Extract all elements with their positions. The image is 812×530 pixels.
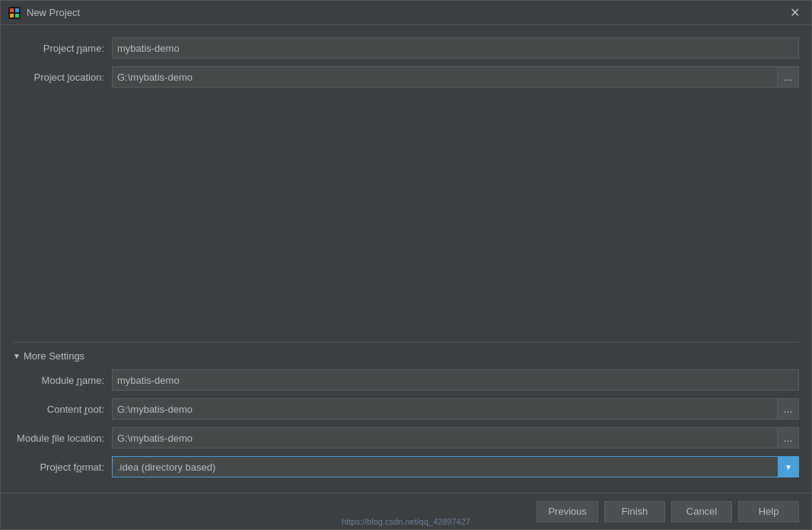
- project-location-label: Project location:: [13, 72, 112, 83]
- more-settings-header[interactable]: ▼ More Settings: [13, 350, 799, 362]
- module-name-input[interactable]: [112, 369, 799, 391]
- watermark-text: https://blog.csdn.net/qq_42897427: [342, 517, 470, 526]
- cancel-button[interactable]: Cancel: [671, 501, 732, 522]
- module-file-browse-button[interactable]: ...: [778, 427, 799, 449]
- content-root-label: Content root:: [13, 404, 112, 415]
- new-project-window: New Project ✕ Project name: Project loca…: [0, 0, 812, 530]
- project-location-row: Project location: ...: [13, 66, 799, 88]
- project-name-label: Project name:: [13, 43, 112, 54]
- footer: Previous Finish Cancel Help https://blog…: [1, 493, 811, 529]
- project-name-row: Project name:: [13, 37, 799, 59]
- module-file-input[interactable]: [112, 427, 778, 449]
- svg-rect-3: [10, 14, 14, 18]
- module-name-input-container: [112, 369, 799, 391]
- content-root-input[interactable]: [112, 398, 778, 420]
- project-format-select[interactable]: .idea (directory based) .ipr (file based…: [112, 456, 799, 477]
- main-content: Project name: Project location: ... ▼ Mo…: [1, 25, 811, 493]
- svg-rect-4: [15, 14, 19, 18]
- project-format-row: Project format: .idea (directory based) …: [13, 456, 799, 477]
- project-location-input-container: ...: [112, 66, 799, 88]
- more-settings-chevron: ▼: [13, 352, 21, 360]
- module-name-label: Module name:: [13, 375, 112, 386]
- previous-button[interactable]: Previous: [537, 501, 598, 522]
- project-name-input[interactable]: [112, 37, 799, 59]
- svg-rect-2: [15, 8, 19, 12]
- module-file-label: Module file location:: [13, 433, 112, 444]
- close-button[interactable]: ✕: [785, 4, 804, 22]
- module-file-input-container: ...: [112, 427, 799, 449]
- project-location-input[interactable]: [112, 66, 778, 88]
- more-settings-section: ▼ More Settings Module name: Content roo…: [13, 342, 799, 485]
- project-location-browse-button[interactable]: ...: [778, 66, 799, 88]
- content-root-input-container: ...: [112, 398, 799, 420]
- content-spacer: [13, 95, 799, 342]
- module-file-row: Module file location: ...: [13, 427, 799, 449]
- project-name-input-container: [112, 37, 799, 59]
- content-root-browse-button[interactable]: ...: [778, 398, 799, 420]
- help-button[interactable]: Help: [738, 501, 799, 522]
- svg-rect-1: [10, 8, 14, 12]
- project-format-select-container: .idea (directory based) .ipr (file based…: [112, 456, 799, 477]
- window-title: New Project: [27, 7, 785, 18]
- module-name-row: Module name:: [13, 369, 799, 391]
- title-bar: New Project ✕: [1, 1, 811, 25]
- content-root-row: Content root: ...: [13, 398, 799, 420]
- more-settings-label: More Settings: [24, 350, 84, 362]
- finish-button[interactable]: Finish: [604, 501, 665, 522]
- app-icon: [8, 7, 21, 19]
- project-format-label: Project format:: [13, 461, 112, 473]
